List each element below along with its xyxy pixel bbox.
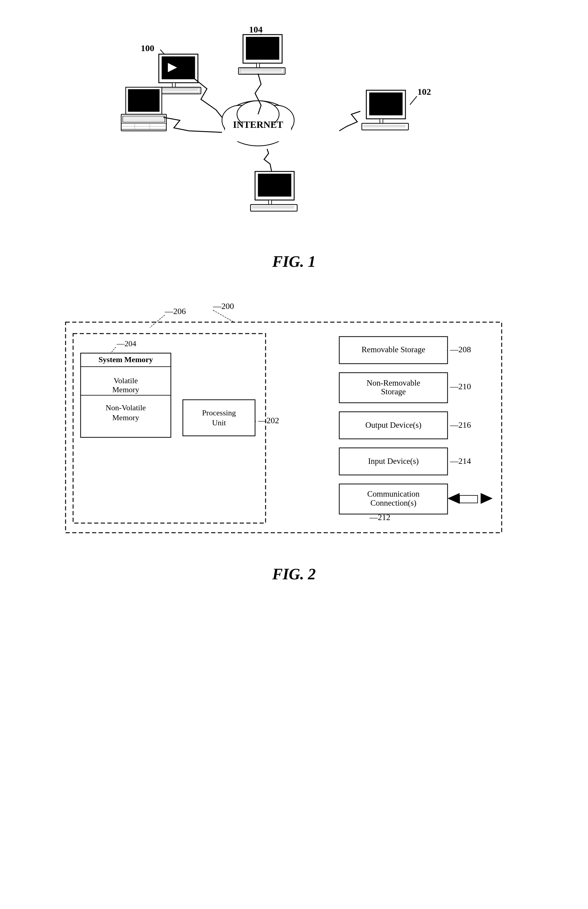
svg-text:—202: —202 [258,416,279,425]
svg-marker-92 [447,493,460,504]
svg-text:Memory: Memory [112,385,139,394]
svg-text:—216: —216 [450,420,471,429]
svg-text:Output Device(s): Output Device(s) [365,420,422,429]
svg-rect-32 [362,123,409,130]
svg-text:Memory: Memory [112,413,139,422]
svg-text:—212: —212 [369,513,390,522]
svg-text:Connection(s): Connection(s) [370,499,416,507]
fig2-diagram: —206 —200 —204 System Memory [53,300,535,547]
svg-rect-14 [172,83,175,87]
svg-line-55 [150,315,165,328]
fig1-caption: FIG. 1 [272,253,315,270]
svg-rect-31 [380,119,383,123]
svg-text:INTERNET: INTERNET [233,119,283,130]
svg-text:104: 104 [249,24,263,34]
svg-text:—206: —206 [165,307,186,316]
fig1-svg: 100 104 102 INTERNET [114,24,475,235]
svg-rect-93 [460,496,478,503]
svg-text:Non-Removable: Non-Removable [366,378,420,387]
svg-rect-49 [268,200,271,205]
svg-marker-94 [481,493,493,504]
svg-rect-48 [258,174,291,196]
svg-text:100: 100 [141,43,154,53]
svg-line-5 [410,96,417,105]
svg-text:Unit: Unit [212,418,226,427]
svg-text:—214: —214 [450,456,471,466]
page-container: 100 104 102 INTERNET [0,0,588,601]
svg-rect-37 [128,89,159,111]
svg-text:Input Device(s): Input Device(s) [368,457,419,466]
svg-text:Removable Storage: Removable Storage [361,345,425,354]
svg-text:▶: ▶ [168,60,177,73]
svg-text:Non-Volatile: Non-Volatile [105,404,146,412]
svg-line-61 [111,347,116,353]
fig2-section: —206 —200 —204 System Memory [24,294,564,583]
fig2-svg: —206 —200 —204 System Memory [53,300,535,547]
svg-text:—204: —204 [116,339,136,348]
fig1-diagram: 100 104 102 INTERNET [114,24,475,235]
svg-rect-30 [369,93,402,115]
svg-line-57 [213,310,234,322]
fig2-caption: FIG. 2 [272,565,315,583]
svg-rect-50 [250,205,297,211]
svg-rect-23 [257,63,260,68]
svg-text:Storage: Storage [381,387,405,396]
svg-text:—200: —200 [213,301,234,311]
svg-text:102: 102 [417,87,431,97]
svg-text:—210: —210 [450,382,471,391]
svg-text:Communication: Communication [367,489,420,499]
svg-rect-22 [246,37,279,60]
svg-text:Processing: Processing [202,408,236,417]
svg-rect-13 [162,57,195,79]
svg-rect-38 [121,114,166,131]
svg-text:—208: —208 [450,345,471,354]
svg-text:System Memory: System Memory [99,355,153,364]
svg-text:Volatile: Volatile [113,376,137,385]
fig1-section: 100 104 102 INTERNET [24,18,564,270]
svg-rect-70 [183,400,255,436]
